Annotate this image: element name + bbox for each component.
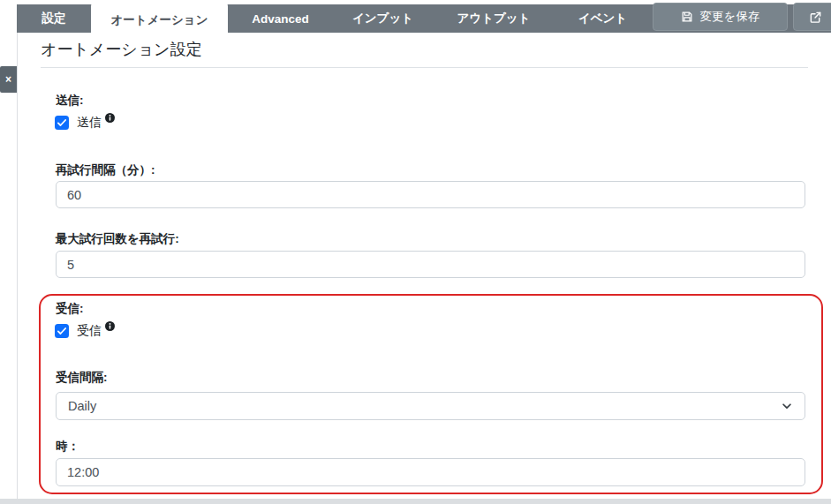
receive-time-input[interactable] [56, 458, 805, 486]
receive-interval-label: 受信間隔: [56, 370, 108, 386]
close-icon: × [5, 73, 11, 86]
receive-checkbox-label: 受信 [77, 323, 102, 339]
receive-section-label: 受信: [56, 301, 84, 317]
bottom-bar [0, 499, 831, 504]
receive-interval-value: Daily [68, 399, 96, 413]
heading-divider [41, 67, 808, 68]
tab-advanced[interactable]: Advanced [228, 4, 333, 33]
tab-settings[interactable]: 設定 [17, 4, 91, 33]
info-icon[interactable] [105, 321, 115, 331]
send-checkbox-row: 送信 [55, 115, 115, 131]
automation-settings-page: 設定 オートメーション Advanced インプット アウトプット イベント 変… [0, 0, 831, 504]
tab-input[interactable]: インプット [333, 4, 433, 33]
receive-checkbox[interactable] [55, 324, 69, 338]
send-checkbox-label: 送信 [77, 115, 102, 131]
max-retries-input[interactable] [56, 251, 805, 278]
tab-output[interactable]: アウトプット [433, 4, 555, 33]
tab-events[interactable]: イベント [555, 4, 651, 33]
send-checkbox[interactable] [55, 116, 69, 130]
send-section-label: 送信: [56, 93, 84, 109]
retry-interval-label: 再試行間隔（分）: [56, 162, 155, 178]
receive-checkbox-row: 受信 [55, 323, 115, 339]
info-icon[interactable] [105, 113, 115, 123]
page-title: オートメーション設定 [41, 39, 202, 60]
check-icon [57, 326, 67, 336]
close-panel-tab[interactable]: × [0, 66, 17, 93]
tab-automation[interactable]: オートメーション [91, 2, 228, 39]
save-icon [681, 11, 693, 23]
panel-left-border [17, 33, 18, 499]
receive-interval-select[interactable]: Daily [56, 392, 805, 420]
max-retries-label: 最大試行回数を再試行: [56, 231, 179, 247]
open-external-button[interactable] [793, 3, 831, 31]
save-changes-label: 変更を保存 [700, 9, 760, 25]
box-arrow-up-right-icon [809, 11, 822, 24]
check-icon [57, 117, 67, 128]
chevron-down-icon [781, 400, 793, 412]
save-changes-button[interactable]: 変更を保存 [653, 3, 788, 31]
receive-time-label: 時： [56, 439, 79, 455]
retry-interval-input[interactable] [56, 181, 805, 208]
